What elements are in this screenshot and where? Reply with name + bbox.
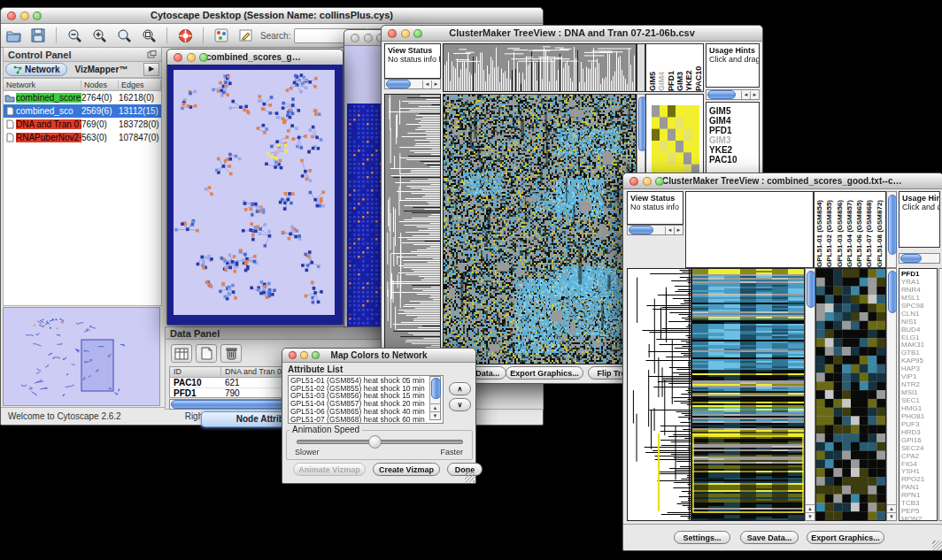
treeview2-titlebar[interactable]: ClusterMaker TreeView : combined_scores_… xyxy=(623,173,942,189)
tv1-column-dendrogram-canvas[interactable] xyxy=(443,43,637,92)
scroll-down-icon[interactable]: ▼ xyxy=(806,512,815,520)
minimize-icon[interactable] xyxy=(401,29,410,38)
minimize-icon[interactable] xyxy=(643,177,652,186)
tv1-zoom-heatmap-canvas[interactable] xyxy=(652,105,699,176)
column-header-edges[interactable]: Edges xyxy=(119,81,161,89)
minimize-icon[interactable] xyxy=(300,351,308,359)
attribute-list[interactable]: GPL51-01 (GSM854) heat shock 05 minGPL51… xyxy=(288,375,444,424)
annotation-button[interactable] xyxy=(236,26,256,45)
scroll-right-icon[interactable]: ► xyxy=(674,226,683,234)
network-view-titlebar[interactable]: combined_scores_good.txt--cluste... xyxy=(167,50,343,65)
animation-slider-thumb[interactable] xyxy=(368,435,382,449)
network-list-row[interactable]: combined_scores2764(0)16218(0) xyxy=(4,91,161,104)
delete-attribute-button[interactable] xyxy=(220,344,242,363)
network-canvas[interactable] xyxy=(174,70,335,315)
dialog-titlebar[interactable]: Map Colors to Network xyxy=(282,349,475,363)
help-button[interactable] xyxy=(175,26,195,45)
minimize-icon[interactable] xyxy=(187,53,196,62)
attribute-list-vscrollbar[interactable]: ▲▼ xyxy=(429,376,441,420)
scroll-thumb[interactable] xyxy=(888,195,897,255)
tab-vizmapper[interactable]: VizMapper™ xyxy=(67,64,135,75)
settings-button[interactable]: Settings... xyxy=(674,531,730,544)
scroll-up-icon[interactable]: ▲ xyxy=(887,504,896,512)
scroll-down-icon[interactable]: ▼ xyxy=(430,411,440,419)
tv2-gene-vscrollbar[interactable] xyxy=(938,268,942,521)
export-graphics-button[interactable]: Export Graphics... xyxy=(506,366,583,380)
scroll-thumb[interactable] xyxy=(386,80,411,88)
attr-col-id[interactable]: ID xyxy=(170,367,221,377)
scroll-left-icon[interactable]: ◄ xyxy=(741,91,750,99)
new-attribute-button[interactable] xyxy=(196,344,217,363)
minimize-icon[interactable] xyxy=(20,12,29,20)
tv2-status-hscrollbar[interactable]: ◄► xyxy=(627,225,683,235)
tv1-status-hscrollbar[interactable]: ◄► xyxy=(384,79,441,89)
tv1-row-dendrogram-canvas[interactable] xyxy=(384,94,441,364)
tv2-labels-vscrollbar[interactable] xyxy=(886,191,897,268)
close-icon[interactable] xyxy=(7,12,16,20)
network-list-row[interactable]: combined_sco2569(6)13112(15) xyxy=(4,104,161,118)
scroll-up-icon[interactable]: ▲ xyxy=(806,504,815,512)
tv1-hints-hscrollbar[interactable]: ◄► xyxy=(706,89,760,100)
zoom-selected-button[interactable] xyxy=(139,26,158,45)
zoom-window-icon[interactable] xyxy=(413,29,422,38)
column-header-network[interactable]: Network xyxy=(4,81,81,89)
move-up-button[interactable]: ∧ xyxy=(449,382,471,395)
zoom-window-icon[interactable] xyxy=(312,351,320,359)
close-icon[interactable] xyxy=(388,29,397,38)
close-icon[interactable] xyxy=(351,34,359,42)
network-list-row[interactable]: DNA and Tran 07769(0)183728(0) xyxy=(4,118,161,131)
close-icon[interactable] xyxy=(174,53,182,62)
open-file-button[interactable] xyxy=(4,26,23,45)
resize-grip[interactable] xyxy=(465,472,475,482)
scroll-right-icon[interactable]: ► xyxy=(750,91,759,99)
scroll-left-icon[interactable]: ◄ xyxy=(665,226,674,234)
tv2-hints-hscrollbar[interactable] xyxy=(899,253,940,264)
resize-grip[interactable] xyxy=(932,541,942,550)
tv2-global-heatmap-canvas[interactable] xyxy=(691,268,805,521)
tv1-global-heatmap-canvas[interactable] xyxy=(443,94,637,364)
scroll-down-icon[interactable]: ▼ xyxy=(887,512,896,520)
animate-vizmap-button[interactable]: Animate Vizmap xyxy=(293,463,366,476)
zoom-out-button[interactable] xyxy=(65,26,84,45)
scroll-thumb[interactable] xyxy=(900,254,922,263)
zoom-window-icon[interactable] xyxy=(655,177,664,186)
minimize-icon[interactable] xyxy=(364,34,373,42)
tab-overflow-button[interactable]: ▶ xyxy=(143,63,159,76)
zoom-in-button[interactable] xyxy=(89,26,109,45)
create-vizmap-button[interactable]: Create Vizmap xyxy=(373,463,440,476)
network-list-row[interactable]: RNAPuberNov2+I563(0)107847(0) xyxy=(4,131,161,144)
column-header-nodes[interactable]: Nodes xyxy=(81,81,119,89)
scroll-up-icon[interactable]: ▲ xyxy=(430,403,440,411)
select-attributes-button[interactable] xyxy=(171,344,192,363)
save-data-button[interactable]: Save Data... xyxy=(740,531,799,544)
scroll-thumb[interactable] xyxy=(629,226,653,234)
scroll-thumb[interactable] xyxy=(707,90,736,99)
move-down-button[interactable]: ∨ xyxy=(449,398,471,411)
zoom-window-icon[interactable] xyxy=(33,12,42,20)
zoom-window-icon[interactable] xyxy=(199,53,208,62)
tv2-row-dendrogram-canvas[interactable] xyxy=(627,268,691,521)
main-titlebar[interactable]: Cytoscape Desktop (Session Name: collins… xyxy=(1,8,543,24)
scroll-left-icon[interactable]: ◄ xyxy=(422,81,431,88)
export-graphics-button[interactable]: Export Graphics... xyxy=(807,531,884,544)
vizmapper-shortcut-button[interactable] xyxy=(212,26,231,45)
zoom-fit-button[interactable] xyxy=(114,26,134,45)
tv2-zoom-vscrollbar[interactable]: ▲▼ xyxy=(886,268,897,521)
close-icon[interactable] xyxy=(289,351,297,359)
tv2-column-dendrogram-panel[interactable] xyxy=(685,191,814,268)
tv2-zoom-heatmap-canvas[interactable] xyxy=(815,268,886,521)
attribute-list-item[interactable]: GPL51-07 (GSM868) heat shock 60 min xyxy=(289,416,443,424)
treeview1-titlebar[interactable]: ClusterMaker TreeView : DNA and Tran 07-… xyxy=(382,26,762,42)
tab-network[interactable]: Network xyxy=(5,63,67,76)
network-overview-canvas[interactable] xyxy=(3,307,160,406)
float-panel-icon[interactable] xyxy=(147,50,157,59)
scroll-thumb[interactable] xyxy=(888,271,897,313)
scroll-thumb[interactable] xyxy=(807,271,815,308)
network-table-header[interactable]: Network Nodes Edges xyxy=(3,78,162,91)
scroll-right-icon[interactable]: ► xyxy=(431,81,440,88)
save-session-button[interactable] xyxy=(28,26,48,45)
tv2-global-vscrollbar[interactable]: ▲▼ xyxy=(805,268,815,521)
close-icon[interactable] xyxy=(629,177,638,186)
scroll-thumb[interactable] xyxy=(431,378,441,399)
tv1-divider-strip[interactable] xyxy=(637,43,645,92)
